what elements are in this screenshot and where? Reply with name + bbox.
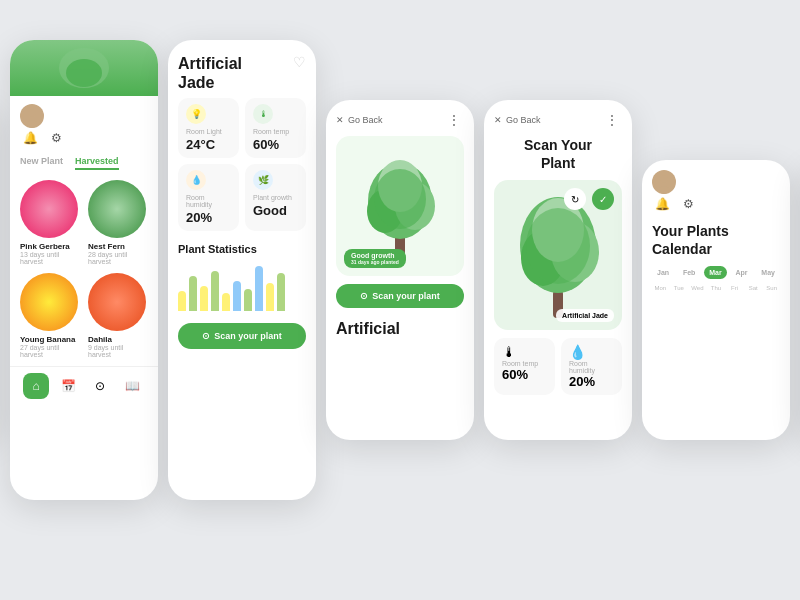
plant-stats-section: Plant Statistics	[168, 239, 316, 315]
bar-6	[233, 281, 241, 311]
day-thu: Thu	[708, 285, 725, 291]
dahila-days: 9 days until harvest	[88, 344, 148, 358]
day-sun: Sun	[763, 285, 780, 291]
scan-humidity-value: 20%	[569, 374, 614, 389]
growth-value: Good	[253, 203, 298, 218]
refresh-scan-btn[interactable]: ↻	[564, 188, 586, 210]
artificial-label: Artificial	[326, 314, 474, 338]
plant-item-dahila[interactable]: Dahila 9 days until harvest	[88, 273, 148, 358]
month-jan[interactable]: Jan	[652, 266, 674, 279]
screen-jade-stats: Artificial Jade ♡ 💡 Room Light 24°C 🌡 Ro…	[168, 40, 316, 500]
scan-btn-label: Scan your plant	[214, 331, 282, 341]
back-label-5: Go Back	[506, 115, 541, 125]
tab-new-plant-2[interactable]: New Plant	[20, 156, 63, 170]
bar-10	[277, 273, 285, 311]
month-apr[interactable]: Apr	[730, 266, 752, 279]
scan-temp-label: Room temp	[502, 360, 547, 367]
scan-stat-humidity: 💧 Room humidity 20%	[561, 338, 622, 395]
back-arrow-icon: ✕	[336, 115, 344, 125]
more-icon-5[interactable]: ⋮	[602, 110, 622, 130]
back-button[interactable]: ✕ Go Back	[336, 115, 383, 125]
home-nav-2[interactable]: ⌂	[23, 373, 49, 399]
bar-chart	[178, 261, 306, 311]
bar-9	[266, 283, 274, 311]
tree-container: Good growth 31 days ago planted	[336, 136, 464, 276]
scan-humidity-icon: 💧	[569, 344, 614, 360]
month-may[interactable]: May	[756, 266, 780, 279]
bar-8	[255, 266, 263, 311]
avatar-2[interactable]	[20, 104, 44, 128]
notif-6[interactable]: 🔔	[652, 194, 672, 214]
scan-controls: ↻ ✓	[564, 188, 614, 210]
banana-days: 27 days until harvest	[20, 344, 80, 358]
month-row: Jan Feb Mar Apr May	[642, 266, 790, 285]
temp-icon: 🌡	[253, 104, 273, 124]
growth-label: Plant growth	[253, 194, 298, 201]
screen6-header: 🔔 ⚙	[642, 160, 790, 218]
confirm-scan-btn[interactable]: ✓	[592, 188, 614, 210]
scan-nav-2[interactable]: ⊙	[87, 373, 113, 399]
scan-title-section: Scan Your Plant	[484, 134, 632, 180]
dahila-image	[88, 273, 146, 331]
screen-go-back-tree: ✕ Go Back ⋮ Good growth 31 days ago plan…	[326, 100, 474, 440]
day-wed: Wed	[689, 285, 706, 291]
scan-image-area: ↻ ✓ Artificial Jade	[494, 180, 622, 330]
header-icons-2: 🔔 ⚙	[20, 128, 148, 148]
plant-item-banana[interactable]: Young Banana 27 days until harvest	[20, 273, 80, 358]
gerbera-name: Pink Gerbera	[20, 242, 70, 251]
svg-point-5	[26, 120, 38, 128]
scan-icon: ⊙	[202, 331, 210, 341]
humidity-label: Room humidity	[186, 194, 231, 208]
growth-badge: Good growth 31 days ago planted	[344, 249, 406, 268]
avatar-6[interactable]	[652, 170, 676, 194]
svg-point-3	[66, 59, 102, 87]
month-mar[interactable]: Mar	[704, 266, 726, 279]
svg-point-17	[526, 208, 590, 284]
plant-item-gerbera[interactable]: Pink Gerbera 13 days until harvest	[20, 180, 80, 265]
stats-section-title: Plant Statistics	[178, 243, 306, 255]
gerbera-days: 13 days until harvest	[20, 251, 80, 265]
plant-item-fern[interactable]: Nest Fern 28 days until harvest	[88, 180, 148, 265]
day-labels: Mon Tue Wed Thu Fri Sat Sun	[642, 285, 790, 295]
light-icon: 💡	[186, 104, 206, 124]
tab-harvested-2[interactable]: Harvested	[75, 156, 119, 170]
fern-days: 28 days until harvest	[88, 251, 148, 265]
book-nav-2[interactable]: 📖	[119, 373, 145, 399]
day-sat: Sat	[745, 285, 762, 291]
svg-point-11	[374, 169, 426, 229]
svg-point-4	[28, 109, 36, 117]
light-value: 24°C	[186, 137, 231, 152]
day-tue: Tue	[671, 285, 688, 291]
scan-plant-button[interactable]: ⊙ Scan your plant	[178, 323, 306, 349]
screen4-header: ✕ Go Back ⋮	[326, 100, 474, 136]
scan-btn-4[interactable]: ⊙ Scan your plant	[336, 284, 464, 308]
stat-card-temp: 🌡 Room temp 60%	[245, 98, 306, 158]
stat-card-light: 💡 Room Light 24°C	[178, 98, 239, 158]
screen2-header: 🔔 ⚙	[10, 96, 158, 152]
day-mon: Mon	[652, 285, 669, 291]
temp-label: Room temp	[253, 128, 298, 135]
banana-name: Young Banana	[20, 335, 75, 344]
screen-plant-list: 🔔 ⚙ New Plant Harvested Pink Gerbera 13 …	[10, 40, 158, 500]
back-button-5[interactable]: ✕ Go Back	[494, 115, 541, 125]
bar-3	[200, 286, 208, 311]
temp-value: 60%	[253, 137, 298, 152]
growth-sub-text: 31 days ago planted	[351, 259, 399, 265]
month-feb[interactable]: Feb	[678, 266, 700, 279]
scan-humidity-label: Room humidity	[569, 360, 614, 374]
screen-calendar: 🔔 ⚙ Your Plants Calendar Jan Feb Mar Apr…	[642, 160, 790, 440]
light-label: Room Light	[186, 128, 231, 135]
plant-tabs-2: New Plant Harvested	[10, 152, 158, 176]
scan-temp-value: 60%	[502, 367, 547, 382]
day-fri: Fri	[726, 285, 743, 291]
growth-badge-text: Good growth	[351, 252, 399, 259]
bookmark-icon[interactable]: ♡	[293, 54, 306, 70]
settings-6[interactable]: ⚙	[678, 194, 698, 214]
banana-image	[20, 273, 78, 331]
settings-icon-2[interactable]: ⚙	[46, 128, 66, 148]
calendar-nav-2[interactable]: 📅	[55, 373, 81, 399]
more-icon[interactable]: ⋮	[444, 110, 464, 130]
notification-icon-2[interactable]: 🔔	[20, 128, 40, 148]
scan-btn-4-label: Scan your plant	[372, 291, 440, 301]
scan-title: Scan Your Plant	[494, 136, 622, 172]
